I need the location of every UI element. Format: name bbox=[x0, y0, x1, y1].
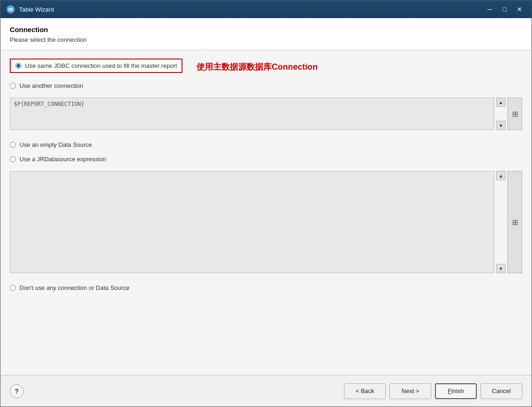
minimize-button[interactable]: ─ bbox=[483, 4, 496, 14]
svg-rect-2 bbox=[8, 9, 13, 10]
another-connection-row: Use another connection bbox=[10, 80, 522, 91]
bottom-right: < Back Next > Finish Cancel bbox=[344, 383, 522, 399]
content-area: Connection Please select the connection … bbox=[0, 18, 532, 375]
jr-datasource-radio[interactable] bbox=[10, 156, 16, 162]
back-button[interactable]: < Back bbox=[344, 383, 386, 399]
jr-expr-icon: ⊞ bbox=[512, 218, 518, 227]
finish-label: Finish bbox=[448, 387, 464, 394]
app-icon bbox=[6, 5, 15, 14]
connection-scroll-down[interactable]: ▼ bbox=[496, 121, 506, 130]
same-jdbc-label[interactable]: Use same JDBC connection used to fill th… bbox=[25, 62, 177, 69]
main-content: Use same JDBC connection used to fill th… bbox=[0, 50, 532, 375]
bottom-left: ? bbox=[10, 384, 24, 398]
cancel-button[interactable]: Cancel bbox=[480, 383, 522, 399]
jr-datasource-expression-row: ▲ ▼ ⊞ bbox=[10, 171, 522, 273]
jr-datasource-textarea[interactable] bbox=[10, 171, 494, 273]
titlebar-left: Table Wizard bbox=[6, 5, 54, 14]
empty-datasource-row: Use an empty Data Source bbox=[10, 139, 522, 150]
another-connection-radio[interactable] bbox=[10, 83, 16, 89]
jr-datasource-row: Use a JRDatasource expression bbox=[10, 154, 522, 164]
no-connection-row: Don't use any connection or Data Source bbox=[10, 282, 522, 293]
section-subtitle: Please select the connection bbox=[10, 36, 522, 43]
jr-scroll-down[interactable]: ▼ bbox=[496, 264, 506, 273]
section-title: Connection bbox=[10, 26, 522, 33]
empty-datasource-radio[interactable] bbox=[10, 142, 16, 148]
jr-scrollbar: ▲ ▼ bbox=[496, 171, 506, 273]
no-connection-label[interactable]: Don't use any connection or Data Source bbox=[19, 284, 130, 291]
bottom-bar: ? < Back Next > Finish Cancel bbox=[0, 375, 532, 407]
empty-datasource-label[interactable]: Use an empty Data Source bbox=[19, 141, 92, 148]
svg-rect-3 bbox=[8, 10, 13, 11]
jr-scroll-up[interactable]: ▲ bbox=[496, 171, 506, 180]
connection-expression-row: $P{REPORT_CONNECTION} ▲ ▼ ⊞ bbox=[10, 98, 522, 130]
titlebar: Table Wizard ─ □ ✕ bbox=[0, 0, 532, 18]
svg-rect-1 bbox=[8, 8, 13, 9]
help-button[interactable]: ? bbox=[10, 384, 24, 398]
section-header: Connection Please select the connection bbox=[0, 18, 532, 50]
window-controls: ─ □ ✕ bbox=[483, 4, 526, 14]
same-jdbc-option-highlighted: Use same JDBC connection used to fill th… bbox=[10, 59, 182, 73]
window-title: Table Wizard bbox=[19, 6, 54, 13]
jr-datasource-label[interactable]: Use a JRDatasource expression bbox=[19, 156, 106, 163]
connection-expression-textarea[interactable]: $P{REPORT_CONNECTION} bbox=[10, 98, 494, 130]
finish-button[interactable]: Finish bbox=[435, 383, 477, 399]
top-option-container: Use same JDBC connection used to fill th… bbox=[10, 59, 522, 75]
another-connection-label[interactable]: Use another connection bbox=[19, 82, 83, 89]
connection-scroll-up[interactable]: ▲ bbox=[496, 98, 506, 107]
connection-scrollbar: ▲ ▼ bbox=[496, 98, 506, 130]
main-window: Table Wizard ─ □ ✕ Connection Please sel… bbox=[0, 0, 532, 407]
connection-expr-icon: ⊞ bbox=[512, 110, 518, 118]
close-button[interactable]: ✕ bbox=[513, 4, 526, 14]
jr-expr-button[interactable]: ⊞ bbox=[507, 171, 522, 273]
connection-expr-button[interactable]: ⊞ bbox=[507, 98, 522, 130]
maximize-button[interactable]: □ bbox=[498, 4, 511, 14]
same-jdbc-radio[interactable] bbox=[15, 63, 21, 69]
annotation-text: 使用主数据源数据库Connection bbox=[196, 61, 318, 72]
no-connection-radio[interactable] bbox=[10, 285, 16, 291]
next-button[interactable]: Next > bbox=[389, 383, 431, 399]
